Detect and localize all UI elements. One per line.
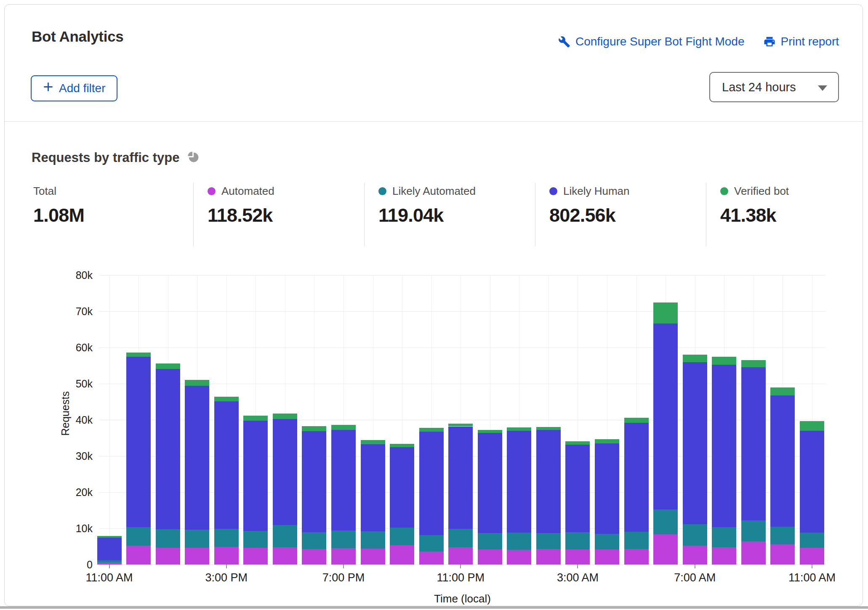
bar-segment-automated[interactable] [536, 549, 561, 565]
bar-segment-likely-automated[interactable] [770, 527, 795, 544]
bar-segment-likely-automated[interactable] [302, 532, 326, 549]
bar-segment-likely-human[interactable] [273, 419, 297, 525]
bar-segment-likely-human[interactable] [97, 538, 122, 560]
print-report-link[interactable]: Print report [763, 35, 839, 48]
bar-segment-verified-bot[interactable] [97, 536, 122, 538]
bar-segment-likely-human[interactable] [214, 401, 239, 529]
bar-segment-likely-human[interactable] [448, 427, 473, 529]
bar-segment-verified-bot[interactable] [536, 427, 561, 430]
bar-segment-verified-bot[interactable] [683, 355, 707, 362]
bar-segment-likely-human[interactable] [624, 423, 649, 532]
bar-segment-automated[interactable] [565, 549, 590, 565]
bar-segment-likely-automated[interactable] [507, 533, 531, 549]
bar-segment-verified-bot[interactable] [126, 353, 151, 357]
bar-segment-likely-automated[interactable] [653, 509, 678, 534]
bar-segment-likely-human[interactable] [507, 431, 531, 533]
bar-segment-verified-bot[interactable] [361, 440, 385, 444]
bar-segment-likely-automated[interactable] [624, 532, 649, 549]
bar-segment-automated[interactable] [156, 548, 180, 565]
bar-segment-likely-automated[interactable] [361, 531, 385, 549]
bar-segment-likely-human[interactable] [361, 444, 385, 531]
bar-segment-likely-human[interactable] [565, 445, 590, 532]
bar-segment-verified-bot[interactable] [653, 302, 678, 324]
bar-segment-likely-human[interactable] [331, 430, 356, 530]
bar-segment-verified-bot[interactable] [565, 441, 590, 445]
bar-segment-likely-human[interactable] [419, 432, 444, 535]
bar-segment-automated[interactable] [214, 547, 239, 565]
bar-segment-verified-bot[interactable] [331, 425, 356, 430]
bar-segment-verified-bot[interactable] [770, 387, 795, 395]
bar-segment-likely-human[interactable] [302, 431, 326, 532]
bar-segment-likely-automated[interactable] [448, 529, 473, 547]
time-range-select[interactable]: Last 24 hours [709, 72, 839, 102]
bar-segment-likely-automated[interactable] [595, 534, 619, 549]
bar-segment-verified-bot[interactable] [419, 428, 444, 432]
bar-segment-likely-human[interactable] [595, 443, 619, 534]
bar-segment-likely-automated[interactable] [800, 533, 824, 548]
bar-segment-automated[interactable] [507, 550, 531, 565]
bar-segment-likely-automated[interactable] [185, 530, 209, 548]
bar-segment-automated[interactable] [185, 548, 209, 565]
bar-segment-automated[interactable] [712, 547, 736, 565]
bar-segment-automated[interactable] [331, 548, 356, 565]
bar-segment-verified-bot[interactable] [156, 363, 180, 369]
bar-segment-verified-bot[interactable] [214, 397, 239, 401]
bar-segment-verified-bot[interactable] [390, 444, 414, 447]
bar-segment-automated[interactable] [595, 549, 619, 565]
bar-segment-verified-bot[interactable] [478, 430, 502, 433]
bar-segment-automated[interactable] [800, 548, 824, 565]
bar-segment-likely-automated[interactable] [97, 560, 122, 562]
bar-segment-automated[interactable] [624, 549, 649, 565]
bar-segment-verified-bot[interactable] [595, 439, 619, 443]
bar-segment-likely-automated[interactable] [741, 520, 766, 541]
bar-segment-automated[interactable] [243, 548, 268, 565]
bar-segment-automated[interactable] [770, 544, 795, 565]
bar-segment-likely-automated[interactable] [390, 528, 414, 545]
bar-segment-verified-bot[interactable] [273, 414, 297, 419]
bar-segment-likely-automated[interactable] [156, 529, 180, 548]
bar-segment-likely-human[interactable] [800, 431, 824, 533]
bar-segment-likely-human[interactable] [243, 421, 268, 531]
bar-segment-likely-automated[interactable] [214, 529, 239, 547]
bar-segment-likely-automated[interactable] [419, 535, 444, 552]
bar-segment-likely-human[interactable] [478, 433, 502, 533]
bar-segment-automated[interactable] [273, 547, 297, 565]
bar-segment-verified-bot[interactable] [800, 421, 824, 430]
bar-segment-verified-bot[interactable] [507, 427, 531, 431]
bar-segment-likely-human[interactable] [683, 362, 707, 524]
bar-segment-likely-human[interactable] [712, 365, 736, 527]
bar-segment-likely-automated[interactable] [331, 530, 356, 548]
bar-segment-automated[interactable] [302, 549, 326, 565]
bar-segment-likely-automated[interactable] [243, 531, 268, 548]
bar-segment-likely-human[interactable] [390, 447, 414, 528]
bar-segment-verified-bot[interactable] [712, 357, 736, 365]
bar-segment-automated[interactable] [448, 547, 473, 565]
bar-segment-likely-automated[interactable] [478, 533, 502, 549]
configure-super-bot-fight-mode-link[interactable]: Configure Super Bot Fight Mode [558, 35, 745, 48]
bar-segment-likely-human[interactable] [653, 324, 678, 509]
bar-segment-automated[interactable] [653, 534, 678, 565]
bar-segment-likely-automated[interactable] [126, 527, 151, 546]
bar-segment-likely-automated[interactable] [683, 524, 707, 546]
bar-segment-verified-bot[interactable] [624, 418, 649, 423]
bar-segment-automated[interactable] [361, 549, 385, 565]
bar-segment-verified-bot[interactable] [243, 416, 268, 421]
bar-segment-likely-automated[interactable] [273, 525, 297, 547]
bar-segment-verified-bot[interactable] [302, 426, 326, 431]
bar-segment-automated[interactable] [478, 549, 502, 565]
bar-segment-likely-human[interactable] [126, 357, 151, 527]
bar-segment-likely-automated[interactable] [536, 533, 561, 549]
bar-segment-likely-automated[interactable] [712, 527, 736, 547]
bar-segment-verified-bot[interactable] [185, 380, 209, 386]
bar-segment-automated[interactable] [683, 546, 707, 565]
bar-segment-likely-human[interactable] [156, 369, 180, 529]
bar-segment-likely-automated[interactable] [565, 532, 590, 549]
bar-segment-automated[interactable] [126, 546, 151, 565]
bar-segment-automated[interactable] [419, 552, 444, 565]
bar-segment-verified-bot[interactable] [741, 360, 766, 367]
bar-segment-verified-bot[interactable] [448, 424, 473, 426]
bar-segment-automated[interactable] [741, 541, 766, 565]
bar-segment-likely-human[interactable] [741, 367, 766, 520]
bar-segment-automated[interactable] [390, 545, 414, 565]
bar-segment-likely-human[interactable] [185, 386, 209, 530]
